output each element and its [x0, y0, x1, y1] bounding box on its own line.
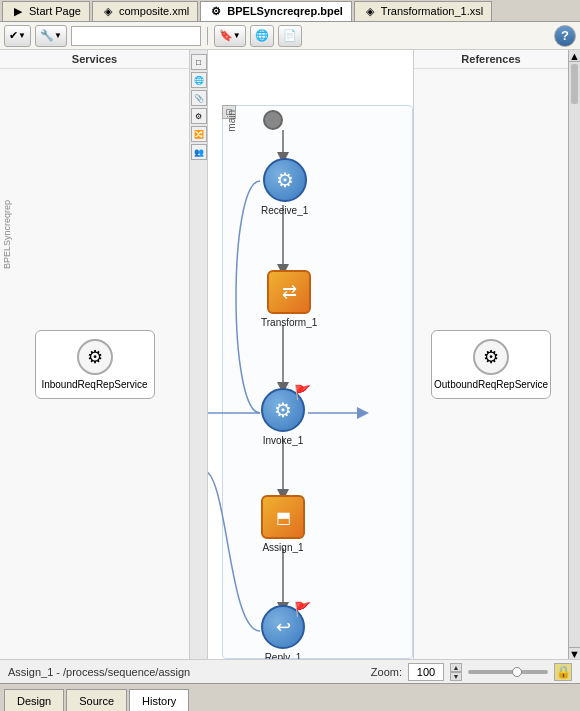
inbound-service-icon: ⚙	[77, 339, 113, 375]
sidebar-btn-5[interactable]: 👥	[191, 144, 207, 160]
receive-label: Receive_1	[261, 205, 308, 216]
composite-icon: ◈	[101, 4, 115, 18]
sidebar-btn-3[interactable]: ⚙	[191, 108, 207, 124]
references-area: ⚙ OutboundReqRepService	[414, 69, 568, 659]
bookmark-button[interactable]: 🔖 ▼	[214, 25, 246, 47]
assign-label: Assign_1	[262, 542, 303, 553]
process-label: BPELSyncreqrep	[2, 200, 12, 269]
start-circle	[263, 110, 283, 130]
scroll-up-btn[interactable]: ▲	[569, 50, 580, 62]
zoom-down-btn[interactable]: ▼	[450, 672, 462, 681]
tab-bpel-sync[interactable]: ⚙ BPELSyncreqrep.bpel	[200, 1, 352, 21]
assign-node[interactable]: ⬒ Assign_1	[261, 495, 305, 553]
reply-label: Reply_1	[265, 652, 302, 659]
toolbar: ✔ ▼ 🔧 ▼ 🔖 ▼ 🌐 📄 ?	[0, 22, 580, 50]
tab-composite[interactable]: ◈ composite.xml	[92, 1, 198, 21]
inbound-service-label: InboundReqRepService	[41, 379, 147, 390]
reply-icon: ↩	[276, 616, 291, 638]
services-header: Services	[0, 50, 189, 69]
references-header: References	[414, 50, 568, 69]
invoke-label: Invoke_1	[263, 435, 304, 446]
sidebar-icon-5: 👥	[194, 148, 204, 157]
assign-shape: ⬒	[261, 495, 305, 539]
reply-flag-icon: 🚩	[294, 601, 311, 617]
transform-label: Transform_1	[261, 317, 317, 328]
nav-button-1[interactable]: 🌐	[250, 25, 274, 47]
checkmark-icon: ✔	[9, 29, 18, 42]
status-right: Zoom: ▲ ▼ 🔒	[371, 663, 572, 681]
scroll-thumb[interactable]	[571, 64, 578, 104]
main-area: Services ⚙ InboundReqRepService □ 🌐 📎 ⚙ …	[0, 50, 580, 659]
references-panel: References ⚙ OutboundReqRepService	[413, 50, 568, 659]
zoom-slider[interactable]	[468, 670, 548, 674]
toolbar-right: ?	[554, 25, 576, 47]
transform-icon: ⇄	[282, 281, 297, 303]
invoke-flag-icon: 🚩	[294, 384, 311, 400]
lock-button[interactable]: 🔒	[554, 663, 572, 681]
outbound-service-box[interactable]: ⚙ OutboundReqRepService	[431, 330, 551, 399]
outbound-gear-icon: ⚙	[483, 346, 499, 368]
services-area: ⚙ InboundReqRepService	[0, 69, 189, 659]
outbound-service-label: OutboundReqRepService	[434, 379, 548, 390]
receive-node[interactable]: ⚙ Receive_1	[261, 158, 308, 216]
tab-start-page[interactable]: ▶ Start Page	[2, 1, 90, 21]
start-node[interactable]	[263, 110, 283, 130]
status-bar: Assign_1 - /process/sequence/assign Zoom…	[0, 659, 580, 683]
help-button[interactable]: ?	[554, 25, 576, 47]
tab-source[interactable]: Source	[66, 689, 127, 711]
sidebar-icon-3: ⚙	[195, 112, 202, 121]
zoom-up-btn[interactable]: ▲	[450, 663, 462, 672]
right-scrollbar[interactable]: ▲ ▼	[568, 50, 580, 659]
swimlane-label: main	[226, 110, 237, 132]
reply-node[interactable]: ↩ 🚩 Reply_1	[261, 605, 305, 659]
tab-history[interactable]: History	[129, 689, 189, 711]
transform-shape: ⇄	[267, 270, 311, 314]
save-button[interactable]: ✔ ▼	[4, 25, 31, 47]
zoom-input[interactable]	[408, 663, 444, 681]
invoke-node[interactable]: ⚙ 🚩 Invoke_1	[261, 388, 305, 446]
nav-icon-2: 📄	[283, 29, 297, 42]
search-input[interactable]	[71, 26, 201, 46]
sidebar-collapse-btn[interactable]: □	[191, 54, 207, 70]
bookmark-dropdown: ▼	[233, 31, 241, 40]
bottom-tab-bar: Design Source History	[0, 683, 580, 711]
status-path: Assign_1 - /process/sequence/assign	[8, 666, 190, 678]
sidebar-btn-2[interactable]: 📎	[191, 90, 207, 106]
sidebar-icon-1: 🌐	[194, 76, 204, 85]
receive-shape: ⚙	[263, 158, 307, 202]
services-panel: Services ⚙ InboundReqRepService	[0, 50, 190, 659]
bpel-icon: ⚙	[209, 4, 223, 18]
top-tab-bar: ▶ Start Page ◈ composite.xml ⚙ BPELSyncr…	[0, 0, 580, 22]
gear-icon: ⚙	[87, 346, 103, 368]
transform-node[interactable]: ⇄ Transform_1	[261, 270, 317, 328]
scroll-down-btn[interactable]: ▼	[569, 647, 580, 659]
nav-icon-1: 🌐	[255, 29, 269, 42]
vertical-sidebar: □ 🌐 📎 ⚙ 🔀 👥 BPELSyncreqrep	[190, 50, 208, 659]
nav-button-2[interactable]: 📄	[278, 25, 302, 47]
tab-design[interactable]: Design	[4, 689, 64, 711]
config-dropdown: ▼	[54, 31, 62, 40]
sidebar-btn-4[interactable]: 🔀	[191, 126, 207, 142]
assign-icon: ⬒	[276, 508, 291, 527]
dropdown-arrow: ▼	[18, 31, 26, 40]
sidebar-icon-2: 📎	[194, 94, 204, 103]
canvas-area[interactable]: □ main	[208, 50, 413, 659]
config-button[interactable]: 🔧 ▼	[35, 25, 67, 47]
start-page-icon: ▶	[11, 4, 25, 18]
inbound-service-box[interactable]: ⚙ InboundReqRepService	[35, 330, 155, 399]
config-icon: 🔧	[40, 29, 54, 42]
bookmark-icon: 🔖	[219, 29, 233, 42]
sidebar-icon-4: 🔀	[194, 130, 204, 139]
outbound-service-icon: ⚙	[473, 339, 509, 375]
receive-gear-icon: ⚙	[276, 168, 294, 192]
zoom-slider-thumb[interactable]	[512, 667, 522, 677]
zoom-stepper: ▲ ▼	[450, 663, 462, 681]
tab-transform[interactable]: ◈ Transformation_1.xsl	[354, 1, 492, 21]
separator-1	[207, 27, 208, 45]
zoom-label: Zoom:	[371, 666, 402, 678]
swimlane-container	[222, 105, 413, 659]
sidebar-btn-1[interactable]: 🌐	[191, 72, 207, 88]
invoke-gear-icon: ⚙	[274, 398, 292, 422]
transform-tab-icon: ◈	[363, 4, 377, 18]
